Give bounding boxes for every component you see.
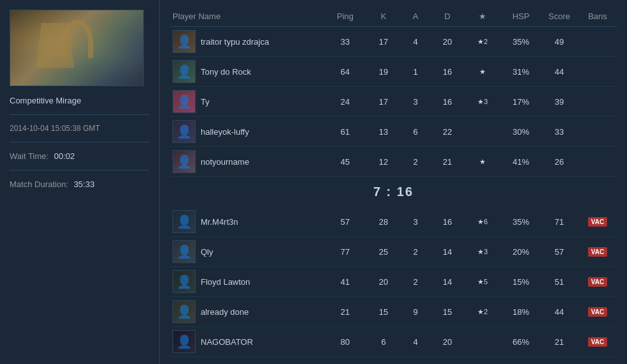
player-name: halleyok-luffy (201, 127, 249, 137)
divider-3 (10, 170, 150, 171)
assists-value: 3 (399, 217, 431, 227)
vac-badge: VAC (588, 307, 607, 317)
kills-value: 13 (368, 127, 399, 137)
avatar: 👤 (173, 300, 196, 323)
score-value: 49 (540, 37, 578, 47)
deaths-value: 16 (431, 97, 463, 107)
ping-value: 21 (323, 307, 368, 317)
player-cell: 👤 Ty (169, 90, 323, 113)
ping-value: 57 (323, 217, 368, 227)
col-ping: Ping (323, 11, 368, 21)
kills-value: 17 (368, 97, 399, 107)
vac-badge: VAC (588, 217, 607, 227)
bans-value: VAC (578, 307, 617, 317)
player-cell: 👤 Tony do Rock (169, 60, 323, 83)
assists-value: 9 (399, 307, 431, 317)
avatar: 👤 (173, 330, 196, 353)
player-name: Ty (201, 97, 210, 107)
score-value: 21 (540, 337, 578, 347)
player-cell: 👤 traitor typu zdrajca (169, 30, 323, 53)
col-a: A (399, 11, 431, 21)
team1-section: 👤 traitor typu zdrajca 33 17 4 20 ★2 35%… (169, 27, 617, 177)
col-star: ★ (463, 11, 502, 21)
player-name: traitor typu zdrajca (201, 37, 269, 47)
kills-value: 28 (368, 217, 399, 227)
table-row: 👤 NAGOBATOR 80 6 4 20 66% 21 VAC (169, 327, 617, 357)
player-cell: 👤 notyourname (169, 150, 323, 173)
match-duration: Match Duration: 35:33 (10, 179, 150, 189)
player-name: Qly (201, 247, 213, 257)
main-content: Player Name Ping K A D ★ HSP Score Bans … (160, 0, 627, 364)
star-value: ★6 (463, 218, 502, 226)
wait-time-value: 00:02 (54, 151, 75, 161)
ping-value: 77 (323, 247, 368, 257)
star-value: ★3 (463, 248, 502, 256)
player-cell: 👤 NAGOBATOR (169, 330, 323, 353)
avatar: 👤 (173, 120, 196, 143)
kills-value: 20 (368, 277, 399, 287)
map-name: Competitive Mirage (10, 96, 150, 105)
deaths-value: 20 (431, 37, 463, 47)
hsp-value: 35% (502, 37, 540, 47)
col-score: Score (540, 11, 578, 21)
star-value: ★2 (463, 308, 502, 316)
avatar: 👤 (173, 30, 196, 53)
bans-value: VAC (578, 216, 617, 227)
map-thumbnail (10, 10, 144, 86)
player-cell: 👤 Qly (169, 240, 323, 263)
deaths-value: 15 (431, 307, 463, 317)
deaths-value: 21 (431, 157, 463, 167)
score-value: 44 (540, 307, 578, 317)
deaths-value: 14 (431, 247, 463, 257)
hsp-value: 20% (502, 247, 540, 257)
avatar: 👤 (173, 90, 196, 113)
assists-value: 4 (399, 337, 431, 347)
hsp-value: 66% (502, 337, 540, 347)
vac-badge: VAC (588, 337, 607, 347)
wait-time: Wait Time: 00:02 (10, 151, 150, 161)
score-value: 71 (540, 217, 578, 227)
assists-value: 2 (399, 277, 431, 287)
avatar: 👤 (173, 270, 196, 293)
player-name: Floyd Lawton (201, 277, 250, 287)
kills-value: 12 (368, 157, 399, 167)
map-arch-decoration (61, 20, 93, 58)
match-date: 2014-10-04 15:05:38 GMT (10, 124, 150, 133)
hsp-value: 30% (502, 127, 540, 137)
deaths-value: 22 (431, 127, 463, 137)
ping-value: 33 (323, 37, 368, 47)
ping-value: 61 (323, 127, 368, 137)
deaths-value: 16 (431, 217, 463, 227)
ping-value: 41 (323, 277, 368, 287)
ping-value: 45 (323, 157, 368, 167)
bans-value: VAC (578, 337, 617, 347)
player-cell: 👤 Floyd Lawton (169, 270, 323, 293)
app-container: Competitive Mirage 2014-10-04 15:05:38 G… (0, 0, 627, 364)
player-cell: 👤 halleyok-luffy (169, 120, 323, 143)
kills-value: 19 (368, 67, 399, 77)
player-cell: 👤 already done (169, 300, 323, 323)
table-row: 👤 notyourname 45 12 2 21 ★ 41% 26 (169, 147, 617, 177)
sidebar-info: Competitive Mirage 2014-10-04 15:05:38 G… (10, 96, 150, 189)
hsp-value: 41% (502, 157, 540, 167)
ping-value: 80 (323, 337, 368, 347)
avatar: 👤 (173, 150, 196, 173)
star-value: ★2 (463, 38, 502, 46)
star-value: ★ (463, 68, 502, 76)
table-row: 👤 Floyd Lawton 41 20 2 14 ★5 15% 51 VAC (169, 267, 617, 297)
table-row: 👤 Mr.M4rt3n 57 28 3 16 ★6 35% 71 VAC (169, 207, 617, 237)
score-value: 33 (540, 127, 578, 137)
deaths-value: 14 (431, 277, 463, 287)
col-d: D (431, 11, 463, 21)
divider-1 (10, 114, 150, 115)
match-duration-label: Match Duration: (10, 179, 68, 189)
avatar: 👤 (173, 240, 196, 263)
col-bans: Bans (578, 11, 617, 21)
player-cell: 👤 Mr.M4rt3n (169, 210, 323, 233)
kills-value: 17 (368, 37, 399, 47)
table-row: 👤 Ty 24 17 3 16 ★3 17% 39 (169, 87, 617, 117)
divider-2 (10, 142, 150, 142)
hsp-value: 31% (502, 67, 540, 77)
star-value: ★5 (463, 278, 502, 286)
vac-badge: VAC (588, 277, 607, 287)
